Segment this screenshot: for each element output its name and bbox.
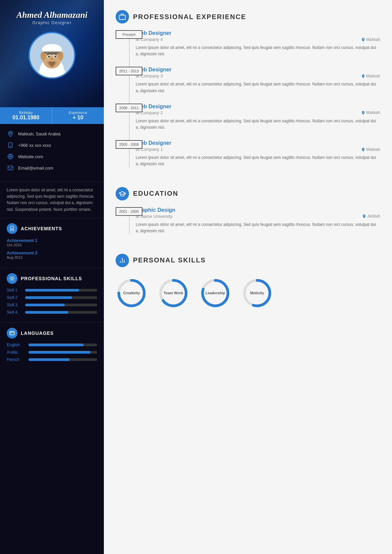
leadership-circle: Leadership	[199, 277, 231, 309]
location-pin-icon	[361, 111, 365, 115]
achievements-title-row: ACHIEVEMENTS	[7, 223, 97, 234]
exp-job-2: Web Designer	[136, 104, 380, 110]
exp-period-0: Present	[116, 30, 142, 39]
exp-location-3: Makkah	[361, 147, 380, 152]
skill-4-fill	[25, 311, 68, 314]
personal-skills-section: PERSONAL SKILLS Creativity	[116, 254, 380, 312]
exp-period-3: 2005 - 2008	[116, 140, 142, 149]
lang-french-name: French	[7, 357, 25, 362]
location-pin-icon	[361, 74, 365, 78]
contact-section: Makkah, Saudi Arabia +966 xx xxx xxxx We…	[0, 124, 104, 182]
lang-english-bar	[28, 344, 97, 346]
education-timeline: 2001 - 2005 Graphic Design at Name Unive…	[116, 207, 380, 234]
edu-desc-0: Lorem ipsum dolor sit amet, elit mi a co…	[136, 222, 380, 234]
skill-2-fill	[25, 296, 72, 299]
exp-period-1: 2011 - 2013	[116, 67, 142, 75]
skill-1-fill	[25, 289, 79, 292]
skill-circle-creativity: Creativity	[116, 277, 147, 309]
skills-icon	[7, 273, 17, 284]
location-icon	[7, 130, 14, 137]
experience-cell: Experience + 10	[52, 107, 104, 124]
exp-job-0: Web Designer	[136, 30, 380, 36]
education-section: EDUCATION 2001 - 2005 Graphic Design at …	[116, 187, 380, 244]
location-text: Makkah, Saudi Arabia	[18, 131, 60, 136]
exp-company-row-2: at Company 2 Makkah	[136, 110, 380, 115]
edu-item-0: 2001 - 2005 Graphic Design at Name Unive…	[136, 207, 380, 234]
bio-text: Lorem ipsum dolor sit amet, elit mi a co…	[7, 187, 97, 213]
skills-circles: Creativity Team Work	[116, 274, 380, 312]
info-bar: Birthday 01.01.1980 Experience + 10	[0, 107, 104, 124]
education-title-row: EDUCATION	[116, 187, 380, 200]
skill-2-name: Skill 2	[7, 295, 22, 300]
location-pin-icon	[361, 38, 365, 42]
exp-desc-1: Lorem ipsum dolor sit amet, elit mi a co…	[136, 81, 380, 94]
achievement-2: Achievement 2 Aug 2013	[7, 250, 97, 259]
exp-period-2: 2008 - 2011	[116, 104, 142, 112]
exp-location-2: Makkah	[361, 110, 380, 115]
birthday-cell: Birthday 01.01.1980	[0, 107, 52, 124]
lang-english-fill	[28, 344, 83, 346]
svg-point-16	[49, 56, 50, 57]
lang-arabic-name: Arabic	[7, 350, 25, 355]
education-label: EDUCATION	[133, 190, 178, 197]
motivity-circle: Motivity	[241, 277, 273, 309]
lang-french: French	[7, 357, 97, 362]
personal-skills-title-row: PERSONAL SKILLS	[116, 254, 380, 267]
achievement-2-name: Achievement 2	[7, 250, 97, 255]
svg-point-21	[10, 146, 11, 147]
location-pin-icon	[362, 214, 366, 218]
exp-company-row-1: at Company 3 Makkah	[136, 73, 380, 78]
exp-company-row-3: at Company 1 Makkah	[136, 147, 380, 152]
contact-phone: +966 xx xxx xxxx	[7, 141, 97, 149]
lang-french-fill	[28, 358, 70, 361]
experience-label: PROFESSIONAL EXPERIENCE	[133, 13, 246, 21]
svg-point-10	[41, 56, 44, 60]
main-content: PROFESSIONAL EXPERIENCE Present Web Desi…	[104, 0, 392, 554]
lang-english: English	[7, 343, 97, 347]
languages-section: A LANGUAGES English Arabic French	[0, 322, 104, 370]
web-text: Website.com	[18, 154, 43, 159]
achievement-2-date: Aug 2013	[7, 255, 97, 259]
svg-text:A: A	[11, 333, 12, 335]
skill-3-fill	[25, 304, 65, 306]
languages-label: LANGUAGES	[21, 330, 54, 336]
svg-rect-28	[119, 15, 125, 19]
lang-arabic: Arabic	[7, 350, 97, 355]
birthday-value: 01.01.1980	[3, 115, 49, 121]
skill-circle-leadership: Leadership	[199, 277, 231, 309]
languages-icon: A	[7, 328, 17, 338]
teamwork-circle: Team Work	[157, 277, 189, 309]
lang-french-bar	[28, 358, 97, 361]
exp-item-0: Present Web Designer at Company 4 Makkah…	[136, 30, 380, 57]
education-icon	[116, 187, 129, 200]
experience-value: + 10	[55, 115, 102, 121]
contact-location: Makkah, Saudi Arabia	[7, 130, 97, 137]
skill-circle-motivity: Motivity	[241, 277, 273, 309]
svg-point-11	[60, 56, 63, 60]
edu-degree-0: Graphic Design	[136, 207, 380, 213]
personal-skills-label: PERSONAL SKILLS	[133, 256, 206, 264]
skill-4-name: Skill 4	[7, 310, 22, 315]
achievement-1-date: Oct 2015	[7, 243, 97, 247]
candidate-job-title: Graphic Designer	[7, 20, 97, 25]
skills-title-row: PROFESSIONAL SKILLS	[7, 273, 97, 284]
exp-job-3: Web Designer	[136, 140, 380, 146]
skill-1: Skill 1	[7, 288, 97, 293]
languages-title-row: A LANGUAGES	[7, 328, 97, 338]
name-title: Ahmed Alhamazani Graphic Designer	[7, 10, 97, 25]
edu-period-0: 2001 - 2005	[116, 207, 142, 216]
achievement-1: Achievement 1 Oct 2015	[7, 238, 97, 247]
personal-skills-icon	[116, 254, 129, 267]
leadership-inner-text: Leadership	[204, 291, 227, 295]
contact-web: Website.com	[7, 153, 97, 160]
phone-text: +966 xx xxx xxxx	[18, 143, 51, 148]
svg-point-17	[55, 56, 56, 57]
exp-desc-2: Lorem ipsum dolor sit amet, elit mi a co…	[136, 118, 380, 131]
skill-1-bar	[25, 289, 97, 292]
achievements-section: ACHIEVEMENTS Achievement 1 Oct 2015 Achi…	[0, 218, 104, 268]
candidate-name: Ahmed Alhamazani	[7, 10, 97, 20]
achievement-1-name: Achievement 1	[7, 238, 97, 243]
skill-3: Skill 3	[7, 303, 97, 307]
experience-title-row: PROFESSIONAL EXPERIENCE	[116, 10, 380, 23]
contact-email: Email@email.com	[7, 164, 97, 172]
